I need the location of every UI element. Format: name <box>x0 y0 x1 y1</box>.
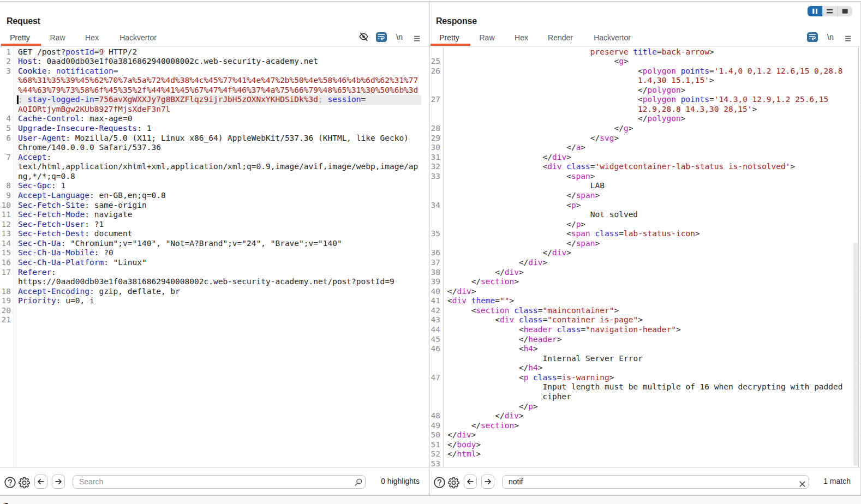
code-text: <polygon points='1.4,0 0,1.2 12.6,15 0,2… <box>638 67 842 76</box>
request-editor[interactable]: 1GET /post?postId=9 HTTP/22Host: 0aad00d… <box>0 46 429 467</box>
tab-hackvertor[interactable]: Hackvertor <box>584 31 643 46</box>
line-number: 29 <box>429 134 440 143</box>
code-row: 5Upgrade-Insecure-Requests: 1 <box>0 124 429 134</box>
code-text: https://0aad00db03e1f0a3816862940008002c… <box>18 277 394 287</box>
response-title: Response <box>436 16 477 26</box>
code-row: Chrome/140.0.0.0 Safari/537.36 <box>0 143 429 153</box>
line-number: 6 <box>0 134 11 143</box>
next-match-button[interactable] <box>52 475 65 489</box>
code-text: ; stay-logged-in=756avXgWXXJy7g8BXZFlqz9… <box>18 95 366 105</box>
code-row: </polygon> <box>429 86 860 95</box>
line-number: 36 <box>429 248 440 258</box>
code-text: Upgrade-Insecure-Requests: 1 <box>18 124 151 134</box>
code-text: </div> <box>447 287 476 297</box>
code-text: <header class="navigation-header"> <box>519 325 681 335</box>
code-text: </div> <box>519 258 547 268</box>
code-row: %68%31%35%39%45%62%70%7a%5a%72%4d%38%4c%… <box>0 76 429 86</box>
code-row: 52</html> <box>429 449 860 459</box>
soft-wrap-icon[interactable] <box>807 32 818 43</box>
code-text: </polygon> <box>638 86 685 95</box>
scrollbar-tick <box>859 198 860 199</box>
code-row: 36</div> <box>429 248 860 258</box>
code-row: 13Sec-Fetch-Dest: document <box>0 229 429 239</box>
tab-pretty[interactable]: Pretty <box>430 31 470 46</box>
code-text: </section> <box>471 421 519 431</box>
menu-icon[interactable] <box>414 34 420 40</box>
tab-hex[interactable]: Hex <box>506 31 539 46</box>
code-row: 45</header> <box>429 335 860 345</box>
arrow-left-icon <box>467 478 474 485</box>
scrollbar-tick <box>859 175 860 175</box>
settings-icon[interactable] <box>19 477 30 489</box>
line-number: 4 <box>0 114 11 124</box>
code-row: 51</body> <box>429 440 860 450</box>
clear-icon[interactable] <box>799 479 805 485</box>
search-input-text: Search <box>79 477 103 487</box>
hide-matches-icon[interactable] <box>359 32 368 41</box>
line-number: 2 <box>0 57 11 67</box>
code-text: Sec-Fetch-User: ?1 <box>18 220 104 230</box>
line-number: 26 <box>429 67 440 76</box>
code-row: 19Priority: u=0, i <box>0 296 429 306</box>
line-number: 20 <box>0 306 11 316</box>
line-number: 39 <box>429 277 440 287</box>
code-row: 21 <box>0 315 429 325</box>
response-editor[interactable]: preserve title=back-arrow>25<g>26<polygo… <box>429 46 860 467</box>
prev-match-button[interactable] <box>464 475 477 489</box>
tab-raw[interactable]: Raw <box>470 31 506 46</box>
newline-icon[interactable]: \n <box>396 33 405 41</box>
code-text: Host: 0aad00db03e1f0a3816862940008002c.w… <box>18 57 318 67</box>
help-icon[interactable] <box>434 477 445 488</box>
soft-wrap-icon[interactable] <box>376 32 387 43</box>
tab-label: Raw <box>479 31 494 45</box>
tab-raw[interactable]: Raw <box>41 31 76 46</box>
tab-label: Hex <box>85 31 99 45</box>
tab-label: Render <box>548 31 573 45</box>
code-text: Accept: <box>18 153 51 163</box>
line-number: 48 <box>429 411 440 421</box>
help-icon[interactable] <box>4 477 16 488</box>
scrollbar-tick <box>859 221 860 222</box>
code-row: 26<polygon points='1.4,0 0,1.2 12.6,15 0… <box>429 67 860 76</box>
menu-icon[interactable] <box>845 34 851 40</box>
code-row: </span> <box>429 239 860 249</box>
tab-render[interactable]: Render <box>539 31 584 46</box>
scrollbar-tick <box>859 409 860 410</box>
code-text: User-Agent: Mozilla/5.0 (X11; Linux x86_… <box>18 134 409 143</box>
code-text: <span class=lab-status-icon> <box>566 229 699 239</box>
settings-icon[interactable] <box>448 477 459 489</box>
code-row: ; stay-logged-in=756avXgWXXJy7g8BXZFlqz9… <box>0 95 429 105</box>
code-text: <p> <box>566 201 581 211</box>
match-count-label: 0 highlights <box>381 477 420 485</box>
prev-match-button[interactable] <box>34 475 47 489</box>
code-row: 53 <box>429 459 860 467</box>
code-text: </p> <box>566 220 585 230</box>
response-search-input[interactable]: notif <box>502 475 809 489</box>
code-text: <g> <box>614 57 628 67</box>
tab-hex[interactable]: Hex <box>76 31 110 46</box>
code-text: </section> <box>471 277 519 287</box>
tab-label: Hackvertor <box>594 31 631 45</box>
tab-pretty[interactable]: Pretty <box>1 31 41 46</box>
line-number: 45 <box>429 335 440 345</box>
code-text: </html> <box>447 449 481 459</box>
code-row: 33<span> <box>429 172 860 182</box>
code-row: 10Sec-Fetch-Site: same-origin <box>0 201 429 211</box>
tab-hackvertor[interactable]: Hackvertor <box>110 31 169 46</box>
next-match-button[interactable] <box>481 475 494 489</box>
response-content-right-border <box>858 46 859 468</box>
code-text: 12.9,28.8 14.3,30 28,15'> <box>638 105 757 115</box>
code-text: Internal Server Error <box>543 354 643 364</box>
code-text: Sec-Gpc: 1 <box>18 181 65 191</box>
code-row: 6User-Agent: Mozilla/5.0 (X11; Linux x86… <box>0 134 429 143</box>
line-number: 47 <box>429 373 440 383</box>
request-panel: RequestPrettyRawHexHackvertor\n1GET /pos… <box>0 0 429 495</box>
window-right-border <box>860 1 860 495</box>
request-search-input[interactable]: Search <box>73 475 366 489</box>
line-number: 9 <box>0 191 11 201</box>
code-text: <p class=is-warning> <box>519 373 614 383</box>
code-row: 46<h4> <box>429 344 860 354</box>
line-number: 51 <box>429 440 440 450</box>
newline-icon[interactable]: \n <box>827 33 836 41</box>
code-row: 25<g> <box>429 57 860 67</box>
